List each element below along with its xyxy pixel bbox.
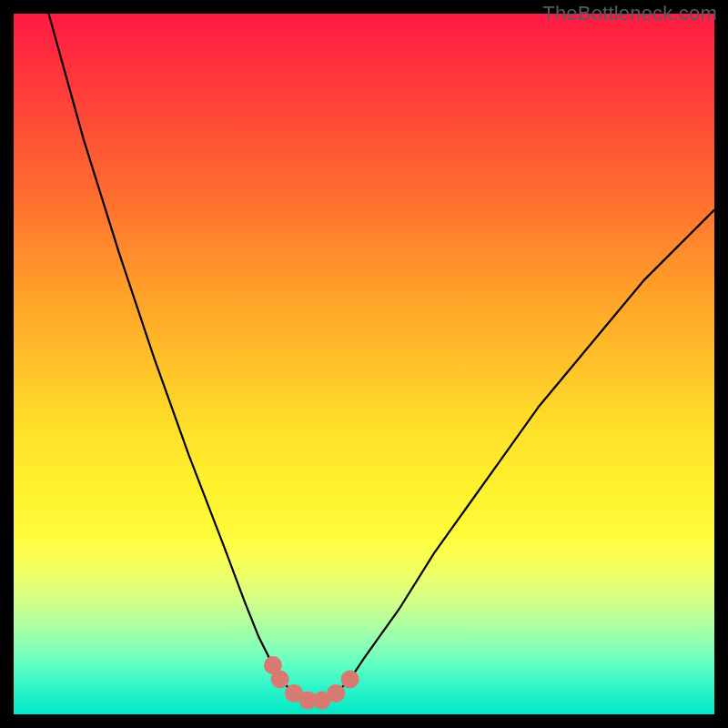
chart-frame: TheBottleneck.com xyxy=(0,0,728,728)
bottleneck-curve-path xyxy=(49,14,715,701)
bottleneck-curve-svg xyxy=(14,14,714,714)
chart-plot-area xyxy=(14,14,714,714)
flat-zone-markers xyxy=(264,656,359,710)
flat-zone-marker xyxy=(341,671,359,689)
flat-zone-marker xyxy=(271,671,289,689)
flat-zone-marker xyxy=(327,684,345,703)
watermark-text: TheBottleneck.com xyxy=(542,2,717,25)
